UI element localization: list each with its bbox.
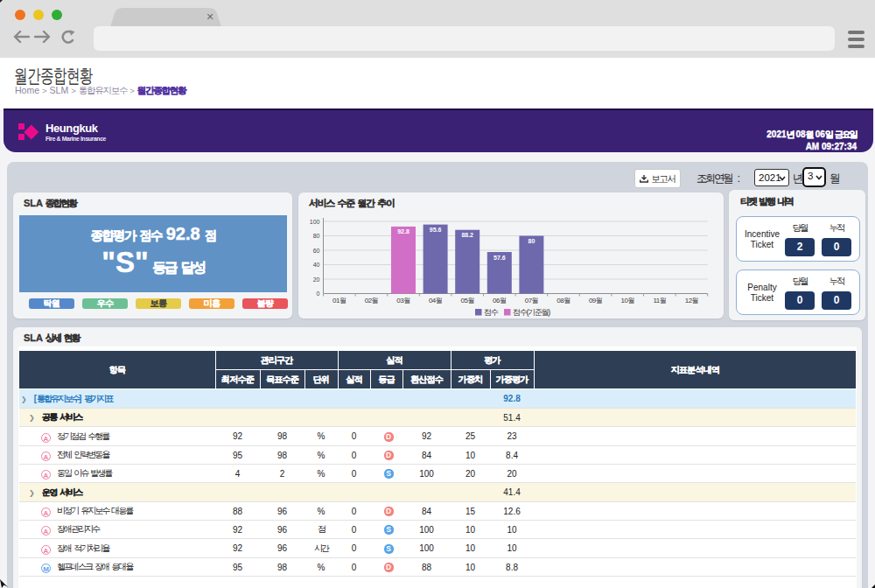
svg-text:08월: 08월 [556, 297, 570, 304]
svg-text:점수(기준월): 점수(기준월) [513, 308, 550, 317]
svg-text:04월: 04월 [429, 297, 443, 304]
svg-text:11월: 11월 [653, 297, 666, 304]
svg-text:05월: 05월 [460, 297, 474, 304]
svg-text:92.8: 92.8 [397, 228, 410, 234]
svg-text:88.2: 88.2 [461, 232, 473, 238]
svg-text:12월: 12월 [685, 297, 699, 304]
svg-text:80: 80 [313, 233, 320, 239]
svg-text:06월: 06월 [493, 297, 507, 304]
svg-text:점수: 점수 [484, 308, 499, 317]
svg-text:100: 100 [310, 219, 320, 225]
svg-text:57.6: 57.6 [494, 255, 506, 261]
svg-text:20: 20 [313, 276, 320, 283]
svg-text:09월: 09월 [589, 297, 603, 304]
svg-text:03월: 03월 [396, 297, 410, 304]
svg-text:07월: 07월 [525, 297, 539, 304]
svg-text:0: 0 [317, 290, 320, 297]
svg-text:60: 60 [313, 248, 320, 254]
svg-text:95.6: 95.6 [430, 227, 442, 233]
svg-text:10월: 10월 [620, 297, 634, 304]
svg-text:80: 80 [528, 238, 536, 244]
svg-text:02월: 02월 [365, 297, 379, 304]
svg-text:40: 40 [313, 262, 320, 268]
svg-text:01월: 01월 [332, 297, 346, 304]
